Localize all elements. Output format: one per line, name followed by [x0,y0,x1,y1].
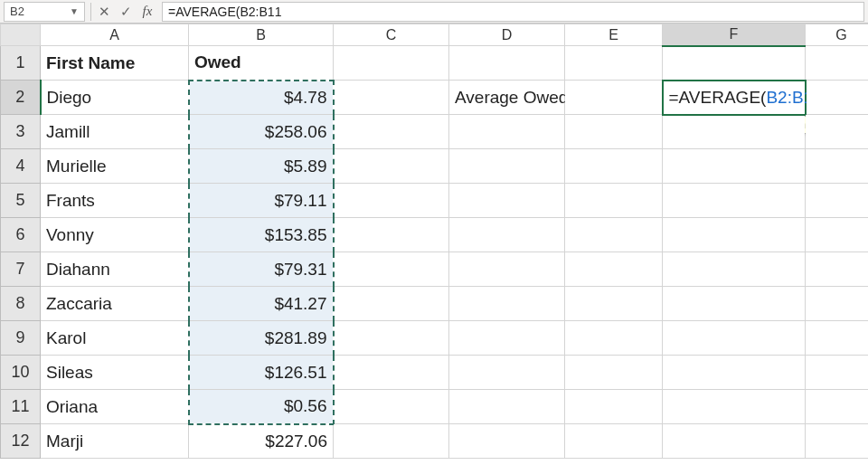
formula-input[interactable]: =AVERAGE(B2:B11 [162,2,864,22]
col-header-G[interactable]: G [806,24,869,46]
cell-F6[interactable] [663,218,806,252]
cell-A3[interactable]: Jamill [41,115,189,149]
fx-icon[interactable]: fx [137,2,158,22]
cell-G1[interactable] [806,46,869,81]
cell-F7[interactable] [663,252,806,287]
cell-B3[interactable]: $258.06 [189,115,334,149]
row-header[interactable]: 5 [1,184,41,218]
cell-F10[interactable] [663,356,806,390]
row-header[interactable]: 12 [1,424,41,459]
cell-C5[interactable] [334,184,449,218]
cell-G7[interactable] [806,252,869,287]
cell-D10[interactable] [449,356,565,390]
cell-A7[interactable]: Diahann [41,252,189,287]
cell-G11[interactable] [806,390,869,424]
row-header[interactable]: 6 [1,218,41,252]
cell-A2[interactable]: Diego [41,81,189,115]
cell-C1[interactable] [334,46,449,81]
cell-G3[interactable] [806,115,869,149]
cell-A8[interactable]: Zaccaria [41,287,189,321]
cell-C11[interactable] [334,390,449,424]
cell-G8[interactable] [806,287,869,321]
cell-B10[interactable]: $126.51 [189,356,334,390]
cell-F5[interactable] [663,184,806,218]
cell-C10[interactable] [334,356,449,390]
cell-A5[interactable]: Frants [41,184,189,218]
cell-E12[interactable] [565,424,663,459]
cell-B6[interactable]: $153.85 [189,218,334,252]
cell-D7[interactable] [449,252,565,287]
cell-D11[interactable] [449,390,565,424]
cell-B9[interactable]: $281.89 [189,321,334,356]
cell-E2[interactable] [565,81,663,115]
cell-F4[interactable] [663,149,806,184]
row-header[interactable]: 9 [1,321,41,356]
cell-B8[interactable]: $41.27 [189,287,334,321]
cell-G5[interactable] [806,184,869,218]
cell-A4[interactable]: Murielle [41,149,189,184]
cell-G12[interactable] [806,424,869,459]
cell-G2[interactable] [806,81,869,115]
cell-A9[interactable]: Karol [41,321,189,356]
cell-D2[interactable]: Average Owed: [449,81,565,115]
cell-E6[interactable] [565,218,663,252]
cell-E1[interactable] [565,46,663,81]
cell-G4[interactable] [806,149,869,184]
cell-E10[interactable] [565,356,663,390]
col-header-E[interactable]: E [565,24,663,46]
cell-D1[interactable] [449,46,565,81]
col-header-A[interactable]: A [41,24,189,46]
col-header-C[interactable]: C [334,24,449,46]
cell-C6[interactable] [334,218,449,252]
cell-B2[interactable]: $4.78 [189,81,334,115]
cell-F8[interactable] [663,287,806,321]
cell-E11[interactable] [565,390,663,424]
cell-D8[interactable] [449,287,565,321]
select-all-corner[interactable] [1,24,41,46]
col-header-B[interactable]: B [189,24,334,46]
cell-E5[interactable] [565,184,663,218]
cell-F1[interactable] [663,46,806,81]
cell-F11[interactable] [663,390,806,424]
cell-F3[interactable] [663,115,806,149]
cell-G9[interactable] [806,321,869,356]
cell-B11[interactable]: $0.56 [189,390,334,424]
cell-D6[interactable] [449,218,565,252]
col-header-F[interactable]: F [663,24,806,46]
row-header[interactable]: 10 [1,356,41,390]
spreadsheet-grid[interactable]: A B C D E F G 1 First Name Owed 2 Diego … [0,24,868,459]
cell-G6[interactable] [806,218,869,252]
cell-E8[interactable] [565,287,663,321]
cell-C7[interactable] [334,252,449,287]
cell-F12[interactable] [663,424,806,459]
cell-E9[interactable] [565,321,663,356]
cell-D3[interactable] [449,115,565,149]
cell-B12[interactable]: $227.06 [189,424,334,459]
cancel-formula-icon[interactable]: ✕ [93,2,115,22]
cell-E7[interactable] [565,252,663,287]
row-header[interactable]: 3 [1,115,41,149]
cell-C4[interactable] [334,149,449,184]
name-box[interactable]: B2 ▼ [4,2,85,22]
accept-formula-icon[interactable]: ✓ [115,2,137,22]
row-header[interactable]: 8 [1,287,41,321]
cell-D12[interactable] [449,424,565,459]
cell-C3[interactable] [334,115,449,149]
cell-B1[interactable]: Owed [189,46,334,81]
cell-B4[interactable]: $5.89 [189,149,334,184]
cell-C2[interactable] [334,81,449,115]
cell-C8[interactable] [334,287,449,321]
row-header[interactable]: 4 [1,149,41,184]
row-header[interactable]: 11 [1,390,41,424]
cell-F9[interactable] [663,321,806,356]
row-header[interactable]: 1 [1,46,41,81]
cell-C12[interactable] [334,424,449,459]
cell-D4[interactable] [449,149,565,184]
row-header[interactable]: 7 [1,252,41,287]
cell-A12[interactable]: Marji [41,424,189,459]
cell-B5[interactable]: $79.11 [189,184,334,218]
row-header[interactable]: 2 [1,81,41,115]
cell-D5[interactable] [449,184,565,218]
chevron-down-icon[interactable]: ▼ [70,6,79,16]
cell-A6[interactable]: Vonny [41,218,189,252]
